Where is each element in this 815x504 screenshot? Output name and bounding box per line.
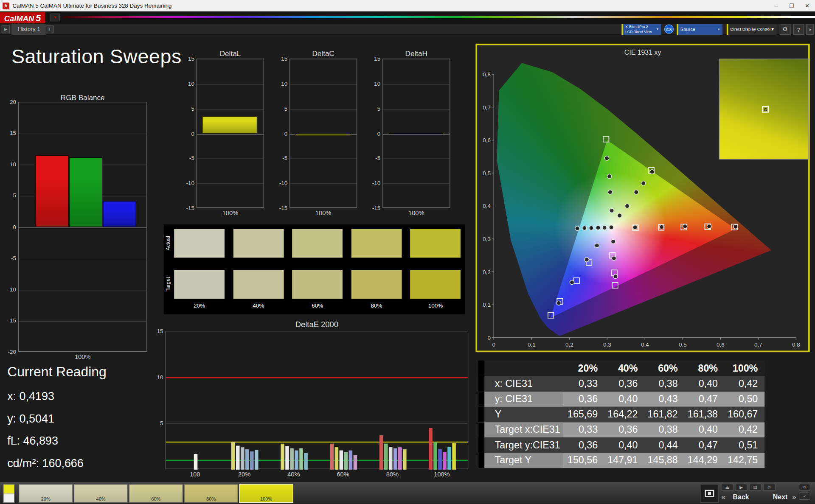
maximize-button[interactable]: ❐ [784, 0, 800, 11]
table-row-label: y: CIE31 [478, 392, 563, 407]
cie-x-tick: 0 [492, 342, 495, 348]
table-cell: 0,40 [683, 378, 723, 389]
meter-count-badge: 216 [664, 25, 674, 34]
side-button-0[interactable]: ↻ [799, 484, 810, 491]
table-cell: 164,22 [603, 409, 643, 420]
cie-chart-panel: 0,80,70,60,50,40,30,20,1000,10,20,30,40,… [475, 44, 809, 352]
y-axis-tick: -10 [367, 180, 380, 186]
pattern-thumbnail-40%[interactable]: 40% [74, 484, 128, 503]
table-row-label: Target y:CIE31 [478, 437, 563, 453]
y-axis-tick: 15 [367, 56, 380, 62]
bottom-bar: 20%40%60%80%100% ⏏▶▤⟳↻✓ « Back Next » [0, 482, 815, 504]
x-axis-tick: 100 [179, 470, 210, 478]
pattern-thumbnail-80%[interactable]: 80% [184, 484, 238, 503]
delta-e-bar [281, 444, 284, 470]
x-axis-tick: 100% [426, 470, 457, 478]
back-button[interactable]: Back [733, 493, 749, 501]
delta-e-bar [384, 444, 388, 470]
meter-select-label: X-Rite i1Pro 2 LCD Direct View [625, 25, 652, 34]
delta-e-bar [255, 450, 259, 470]
y-axis-tick: 0 [274, 130, 287, 137]
tab-history-1[interactable]: History 1 [11, 24, 47, 35]
next-chevrons-icon[interactable]: » [792, 493, 796, 501]
table-header-corner [478, 361, 563, 376]
close-button[interactable]: ✕ [799, 0, 815, 11]
delta-e-bar [290, 448, 294, 470]
cie-y-tick: 0 [487, 335, 490, 341]
y-axis-tick: 5 [367, 105, 380, 112]
y-axis-tick: 15 [181, 56, 194, 62]
delta-e-bar [295, 450, 298, 470]
table-cell: 142,75 [723, 455, 763, 466]
delta-e-bar [344, 452, 348, 470]
table-column-header: 60% [643, 363, 683, 374]
gridline [19, 321, 146, 322]
swatch-target-100% [410, 270, 461, 299]
table-cell: 0,40 [603, 440, 643, 451]
back-chevrons-icon[interactable]: « [722, 493, 726, 501]
cie-x-tick: 0,4 [641, 342, 649, 348]
x-axis-tick: 80% [377, 470, 408, 478]
chevron-down-icon: ▼ [770, 27, 775, 32]
pattern-thumbnail-60%[interactable]: 60% [129, 484, 183, 503]
pattern-thumbnail-20%[interactable]: 20% [19, 484, 73, 503]
tab-scroll-button[interactable]: ▶ [2, 25, 10, 33]
swatch-column-label: 40% [233, 302, 284, 309]
table-cell: 0,33 [563, 424, 603, 435]
100%-bar [295, 134, 351, 136]
table-row: Target y:CIE310,360,400,440,470,51 [478, 437, 765, 453]
panel-collapse-icon[interactable]: « [806, 24, 814, 35]
inset-measured-point [764, 108, 767, 111]
delta-l-chart: 151050-5-10-15 [197, 59, 264, 207]
settings-gear-icon[interactable]: ⚙ [780, 24, 791, 35]
cie-x-tick: 0,8 [792, 342, 800, 348]
logo-dropdown-button[interactable]: ▼ [51, 14, 60, 21]
help-icon[interactable]: ? [793, 24, 804, 35]
gridline [197, 134, 264, 134]
pattern-source-icon [3, 484, 14, 503]
gridline [197, 84, 264, 84]
source-select[interactable]: Source ▼ [677, 24, 722, 35]
y-axis-tick: -5 [181, 155, 194, 161]
transport-button-0[interactable]: ⏏ [721, 484, 733, 491]
swatch-column-label: 80% [351, 302, 402, 309]
page-title: Saturation Sweeps [11, 46, 182, 68]
transport-button-1[interactable]: ▶ [735, 484, 747, 491]
y-axis-tick: 5 [274, 105, 287, 112]
transport-button-2[interactable]: ▤ [749, 484, 761, 491]
meter-select[interactable]: X-Rite i1Pro 2 LCD Direct View ▼ [621, 24, 661, 35]
minimize-button[interactable]: – [768, 0, 784, 11]
swatch-column-label: 60% [292, 302, 343, 309]
table-column-header: 80% [683, 363, 723, 374]
chevron-down-icon: ▼ [717, 28, 720, 31]
swatch-column-label: 20% [174, 302, 225, 309]
display-control-select[interactable]: Direct Display Control ▼ [727, 24, 777, 35]
current-reading-y: y: 0,5041 [7, 412, 54, 426]
table-cell: 150,56 [563, 455, 603, 466]
target-row-label: Target [165, 270, 172, 299]
pattern-window-button[interactable] [700, 484, 719, 503]
Blue-bar [103, 201, 136, 227]
table-cell: 0,33 [563, 378, 603, 389]
Green-bar [69, 157, 102, 227]
side-button-1[interactable]: ✓ [799, 493, 810, 500]
add-tab-button[interactable]: + [46, 25, 53, 33]
cie-y-tick: 0,6 [483, 137, 491, 143]
cie-y-tick: 0,5 [483, 170, 491, 176]
actual-row-label: Actual [165, 229, 172, 258]
measured-point [570, 280, 574, 284]
table-cell: 0,47 [683, 393, 723, 405]
table-row: Target x:CIE310,330,360,380,400,42 [478, 422, 765, 437]
delta-e-bar [349, 450, 353, 470]
pattern-thumbnail-100%[interactable]: 100% [239, 484, 293, 503]
transport-button-3[interactable]: ⟳ [763, 484, 776, 491]
measured-point [625, 204, 629, 208]
delta-e-bar [241, 447, 244, 470]
measured-point [604, 156, 609, 160]
next-button[interactable]: Next [773, 493, 788, 501]
table-column-header: 20% [563, 363, 603, 374]
measured-point [650, 170, 654, 174]
gridline [290, 183, 357, 184]
y-axis-tick: -5 [274, 155, 287, 161]
Red-bar [35, 155, 68, 227]
